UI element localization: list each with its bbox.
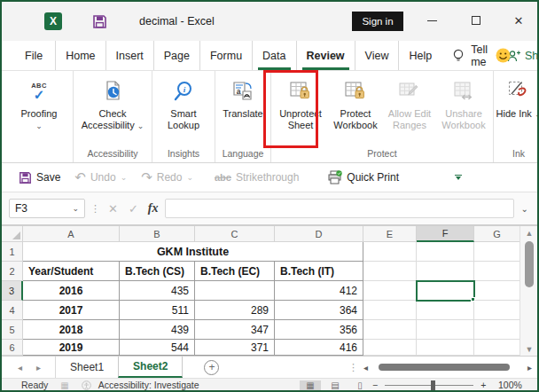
cell-d3[interactable]: 412 — [275, 281, 363, 301]
tab-view[interactable]: View — [355, 41, 400, 70]
cell-b4[interactable]: 511 — [120, 301, 195, 320]
cell-e3[interactable] — [363, 281, 417, 301]
cell-g5[interactable] — [474, 320, 519, 340]
formula-input[interactable] — [165, 199, 513, 218]
cell-e6[interactable] — [363, 340, 417, 356]
formula-bar-splitter[interactable]: ⋮ — [90, 203, 100, 215]
tab-data[interactable]: Data — [253, 41, 296, 70]
sheet-tab-sheet1[interactable]: Sheet1 — [56, 357, 118, 378]
cell-a4[interactable]: 2017 — [23, 301, 120, 320]
cell-d4[interactable]: 364 — [275, 301, 363, 320]
column-header-c[interactable]: C — [195, 226, 275, 242]
column-header-b[interactable]: B — [120, 226, 195, 242]
cell-f2[interactable] — [417, 262, 474, 281]
fill-handle[interactable] — [471, 297, 475, 302]
cell-a1-merged-title[interactable]: GKM Institute — [23, 242, 363, 262]
zoom-slider-track[interactable] — [385, 385, 473, 386]
scroll-right-icon[interactable]: ▸ — [527, 363, 532, 372]
macro-record-icon[interactable]: ▦ — [60, 380, 68, 390]
tab-review[interactable]: Review — [297, 41, 355, 70]
qat-customize-icon[interactable] — [455, 175, 462, 180]
cell-d6[interactable]: 416 — [275, 340, 363, 356]
vertical-scrollbar[interactable]: ▲ ▼ — [519, 226, 537, 356]
smart-lookup-button[interactable]: i Smart Lookup — [154, 73, 213, 131]
cell-a3[interactable]: 2016 — [23, 281, 120, 301]
cell-e5[interactable] — [363, 320, 417, 340]
cell-b3[interactable]: 435 — [120, 281, 195, 301]
cell-c2[interactable]: B.Tech (EC) — [195, 262, 275, 281]
zoom-slider-handle[interactable] — [431, 380, 435, 390]
enter-icon[interactable]: ✓ — [126, 202, 141, 216]
cell-d5[interactable]: 356 — [275, 320, 363, 340]
cell-f4[interactable] — [417, 301, 474, 320]
name-box[interactable]: F3 ⌄ — [9, 199, 85, 218]
hide-ink-button[interactable]: Hide Ink ⌄ — [496, 73, 539, 121]
page-break-view-button[interactable]: ▯ — [349, 380, 371, 390]
selected-cell-f3[interactable] — [417, 281, 474, 301]
tab-formulas[interactable]: Formu — [200, 41, 253, 70]
status-accessibility[interactable]: Accessibility: Investigate — [98, 380, 199, 390]
sheet-tab-sheet2[interactable]: Sheet2 — [118, 357, 183, 378]
sign-in-button[interactable]: Sign in — [352, 12, 403, 31]
row-header-5[interactable]: 5 — [2, 320, 23, 340]
tab-home[interactable]: Home — [56, 41, 105, 70]
cell-c6[interactable]: 371 — [195, 340, 275, 356]
cell-a5[interactable]: 2018 — [23, 320, 120, 340]
cell-d2[interactable]: B.Tech (IT) — [275, 262, 363, 281]
cell-c5[interactable]: 347 — [195, 320, 275, 340]
save-icon[interactable] — [92, 14, 107, 29]
normal-view-button[interactable]: ▦ — [300, 380, 321, 390]
translate-button[interactable]: a Translate — [217, 73, 269, 120]
tab-file[interactable]: File — [12, 41, 56, 70]
column-header-e[interactable]: E — [363, 226, 417, 242]
insert-function-button[interactable]: fx — [146, 201, 160, 216]
qat-save-button[interactable]: Save — [14, 169, 65, 187]
cell-f5[interactable] — [417, 320, 474, 340]
sheet-next-icon[interactable]: ▸ — [36, 363, 41, 372]
maximize-button[interactable] — [463, 9, 489, 32]
add-sheet-button[interactable]: + — [204, 360, 219, 375]
row-header-6[interactable]: 6 — [2, 340, 23, 356]
cell-g1[interactable] — [474, 242, 519, 262]
proofing-button[interactable]: ABC✓ Proofing⌄ — [7, 73, 71, 132]
tabbar-splitter[interactable]: ⋮ — [348, 362, 358, 373]
minimize-button[interactable] — [418, 9, 445, 32]
cancel-icon[interactable]: ✕ — [105, 202, 121, 216]
cell-b5[interactable]: 439 — [120, 320, 195, 340]
cell-a6[interactable]: 2019 — [23, 340, 120, 356]
protect-workbook-button[interactable]: Protect Workbook — [328, 73, 383, 131]
column-header-g[interactable]: G — [474, 226, 519, 242]
sheet-prev-icon[interactable]: ◂ — [18, 363, 22, 372]
cell-g3[interactable] — [474, 281, 519, 301]
zoom-level[interactable]: 100% — [498, 380, 522, 390]
cell-c4[interactable]: 289 — [195, 301, 275, 320]
tab-help[interactable]: Help — [399, 41, 441, 70]
cell-e1[interactable] — [363, 242, 417, 262]
cell-f6[interactable] — [417, 340, 474, 356]
column-header-a[interactable]: A — [23, 226, 120, 242]
feedback-smiley-icon[interactable] — [496, 48, 511, 63]
horizontal-scroll-thumb[interactable] — [379, 364, 510, 371]
scroll-left-icon[interactable]: ◂ — [363, 363, 368, 372]
cell-c3[interactable] — [195, 281, 275, 301]
cell-g2[interactable] — [474, 262, 519, 281]
tab-insert[interactable]: Insert — [106, 41, 154, 70]
scroll-down-icon[interactable]: ▼ — [520, 345, 537, 354]
scroll-up-icon[interactable]: ▲ — [520, 229, 537, 238]
cell-b6[interactable]: 544 — [120, 340, 195, 356]
cell-g6[interactable] — [474, 340, 519, 356]
zoom-out-button[interactable]: − — [372, 380, 378, 390]
qat-quick-print-button[interactable]: Quick Print — [323, 168, 403, 187]
unprotect-sheet-button[interactable]: Unprotect Sheet — [273, 73, 328, 131]
cell-f1[interactable] — [417, 242, 474, 262]
tell-me-button[interactable]: Tell me — [441, 41, 498, 70]
column-header-f[interactable]: F — [417, 226, 474, 242]
row-header-2[interactable]: 2 — [2, 262, 23, 281]
zoom-in-button[interactable]: + — [480, 380, 486, 390]
vertical-scroll-thumb[interactable] — [525, 241, 534, 287]
excel-logo-icon[interactable]: X — [44, 12, 62, 30]
cell-b2[interactable]: B.Tech (CS) — [120, 262, 195, 281]
cell-e4[interactable] — [363, 301, 417, 320]
row-header-1[interactable]: 1 — [2, 242, 23, 262]
check-accessibility-button[interactable]: Check Accessibility ⌄ — [75, 73, 150, 132]
